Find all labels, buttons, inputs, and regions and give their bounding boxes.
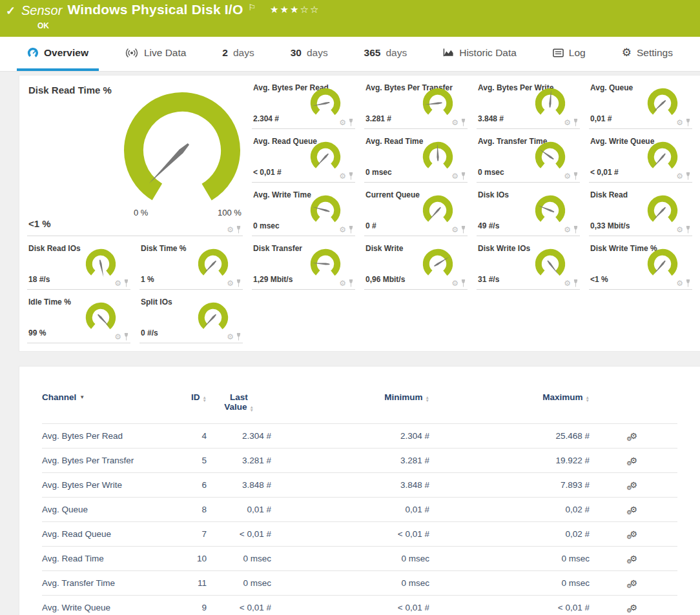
gauge-tile[interactable]: Avg. Queue 0,01 # ⚙ <box>589 76 692 129</box>
gauge-tile[interactable]: Current Queue 0 # ⚙ <box>364 183 468 236</box>
channel-settings-icon[interactable]: ⚙⚙ <box>630 505 637 514</box>
gear-icon[interactable]: ⚙ <box>451 279 458 287</box>
gear-icon[interactable]: ⚙ <box>564 119 571 126</box>
gauge-tile[interactable]: Disk Write IOs 31 #/s ⚙ <box>477 236 580 290</box>
channel-maximum: 0,02 # <box>429 498 590 522</box>
pin-icon[interactable] <box>685 119 691 126</box>
channel-settings-icon[interactable]: ⚙⚙ <box>630 579 637 587</box>
pin-icon[interactable] <box>460 279 466 287</box>
column-header-maximum[interactable]: Maximum▲▼ <box>429 388 590 424</box>
gear-icon[interactable]: ⚙ <box>339 226 346 234</box>
gear-icon[interactable]: ⚙ <box>227 226 234 234</box>
pin-icon[interactable] <box>460 172 466 180</box>
pin-icon[interactable] <box>348 172 354 180</box>
channel-name: Avg. Read Queue <box>42 522 171 547</box>
gauge-tile[interactable]: Avg. Write Queue < 0,01 # ⚙ <box>589 129 692 183</box>
gauge-tile[interactable]: Avg. Bytes Per Read 2.304 # ⚙ <box>252 76 355 129</box>
gear-icon[interactable]: ⚙ <box>227 333 234 341</box>
gear-icon[interactable]: ⚙ <box>676 119 683 126</box>
pin-icon[interactable] <box>236 333 242 341</box>
tab-365-days[interactable]: 365 days <box>354 37 418 71</box>
tab-overview[interactable]: Overview <box>17 37 99 71</box>
tab-live-data[interactable]: Live Data <box>114 37 196 71</box>
gear-icon[interactable]: ⚙ <box>114 333 121 341</box>
gear-icon[interactable]: ⚙ <box>451 119 458 126</box>
pin-icon[interactable] <box>685 226 691 234</box>
pin-icon[interactable] <box>236 226 242 234</box>
gear-icon[interactable]: ⚙ <box>564 172 571 180</box>
tab-log[interactable]: Log <box>542 37 596 71</box>
gauge-tile[interactable]: Disk Write 0,96 Mbit/s ⚙ <box>364 236 468 290</box>
gauge-title: Avg. Queue <box>590 83 633 92</box>
gauge-tile[interactable]: Avg. Transfer Time 0 msec ⚙ <box>477 129 580 183</box>
gauge-tile[interactable]: Avg. Read Queue < 0,01 # ⚙ <box>252 129 355 183</box>
tab-historic-data[interactable]: Historic Data <box>433 37 527 71</box>
channel-settings-icon[interactable]: ⚙⚙ <box>630 481 637 489</box>
gear-icon[interactable]: ⚙ <box>227 279 234 287</box>
gear-icon[interactable]: ⚙ <box>676 279 683 287</box>
gauge-value: 1 % <box>141 275 154 284</box>
tab-label: Overview <box>44 47 88 59</box>
gear-icon[interactable]: ⚙ <box>339 279 346 287</box>
column-header-channel[interactable]: Channel▼ <box>42 388 171 424</box>
pin-icon[interactable] <box>236 279 242 287</box>
pin-icon[interactable] <box>348 226 354 234</box>
tab-2-days[interactable]: 2 days <box>212 37 264 71</box>
gauge-tile[interactable]: Disk Time % 1 % ⚙ <box>139 236 243 290</box>
gauge-dial <box>196 301 230 334</box>
gauge-tile[interactable]: Avg. Read Time 0 msec ⚙ <box>364 129 468 183</box>
gear-icon[interactable]: ⚙ <box>564 279 571 287</box>
column-header-last-value[interactable]: LastValue▲▼ <box>207 388 271 424</box>
pin-icon[interactable] <box>573 226 579 234</box>
gauge-value: 0 # <box>365 221 376 230</box>
channel-settings-icon[interactable]: ⚙⚙ <box>630 530 637 538</box>
pin-icon[interactable] <box>123 333 129 341</box>
gauge-tile[interactable]: Split IOs 0 #/s ⚙ <box>139 290 243 343</box>
gauge-tile[interactable]: Disk Write Time % <1 % ⚙ <box>589 236 692 290</box>
pin-icon[interactable] <box>573 119 579 126</box>
gear-icon[interactable]: ⚙ <box>676 226 683 234</box>
pin-icon[interactable] <box>573 172 579 180</box>
pin-icon[interactable] <box>573 279 579 287</box>
gear-icon[interactable]: ⚙ <box>339 119 346 126</box>
gear-icon[interactable]: ⚙ <box>451 226 458 234</box>
pin-icon[interactable] <box>460 226 466 234</box>
gauge-value: < 0,01 # <box>253 168 282 177</box>
gear-icon[interactable]: ⚙ <box>564 226 571 234</box>
tab-30-days[interactable]: 30 days <box>280 37 338 71</box>
channel-settings-icon[interactable]: ⚙⚙ <box>630 554 637 563</box>
priority-stars[interactable]: ★★★☆☆ <box>270 2 320 15</box>
gear-icon[interactable]: ⚙ <box>114 279 121 287</box>
column-header-id[interactable]: ID▲▼ <box>171 388 207 424</box>
pin-icon[interactable] <box>685 172 691 180</box>
gear-icon[interactable]: ⚙ <box>339 172 346 180</box>
gauge-tile[interactable]: Disk Transfer 1,29 Mbit/s ⚙ <box>252 236 355 290</box>
pin-icon[interactable] <box>685 279 691 287</box>
pin-icon[interactable] <box>348 279 354 287</box>
table-row: Avg. Bytes Per Read 4 2.304 # 2.304 # 25… <box>42 424 677 449</box>
pin-icon[interactable] <box>348 119 354 126</box>
pin-icon[interactable] <box>460 119 466 126</box>
gauge-dial <box>533 247 567 281</box>
gauge-tile[interactable]: Disk Read IOs 18 #/s ⚙ <box>27 236 130 290</box>
gauge-tile[interactable]: Avg. Bytes Per Write 3.848 # ⚙ <box>477 76 580 129</box>
gauge-tile[interactable]: Idle Time % 99 % ⚙ <box>27 290 130 343</box>
pin-icon[interactable] <box>123 279 129 287</box>
gear-icon[interactable]: ⚙ <box>451 172 458 180</box>
channel-last-value: < 0,01 # <box>207 522 271 547</box>
tab-settings[interactable]: ⚙ Settings <box>612 37 683 71</box>
gauge-tile[interactable]: Avg. Bytes Per Transfer 3.281 # ⚙ <box>364 76 468 129</box>
flag-icon[interactable]: ⚐ <box>248 2 256 12</box>
gauge-tile[interactable]: Disk IOs 49 #/s ⚙ <box>477 183 580 236</box>
table-row: Avg. Read Queue 7 < 0,01 # < 0,01 # 0,02… <box>42 522 677 547</box>
column-header-minimum[interactable]: Minimum▲▼ <box>271 388 429 424</box>
gauge-tile[interactable]: Disk Read 0,33 Mbit/s ⚙ <box>589 183 692 236</box>
gauge-dial <box>84 301 118 334</box>
gauge-tile[interactable]: Avg. Write Time 0 msec ⚙ <box>252 183 355 236</box>
gear-icon[interactable]: ⚙ <box>676 172 683 180</box>
channel-settings-icon[interactable]: ⚙⚙ <box>630 603 637 612</box>
channel-settings-icon[interactable]: ⚙⚙ <box>630 432 637 440</box>
channel-minimum: < 0,01 # <box>271 596 429 615</box>
gauge-tile-disk-read-time[interactable]: Disk Read Time % 0 % 100 % <1 % ⚙ <box>27 76 243 236</box>
channel-settings-icon[interactable]: ⚙⚙ <box>630 456 637 465</box>
